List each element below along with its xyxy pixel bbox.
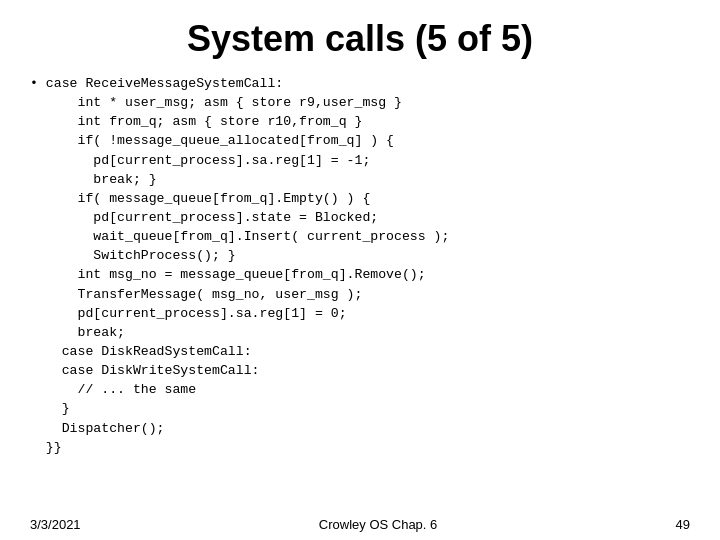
slide: System calls (5 of 5) • case ReceiveMess… [0,0,720,540]
footer-course: Crowley OS Chap. 6 [319,517,438,532]
footer-page: 49 [676,517,690,532]
slide-content: • case ReceiveMessageSystemCall: int * u… [0,70,720,511]
slide-footer: 3/3/2021 Crowley OS Chap. 6 49 [0,511,720,540]
code-block: • case ReceiveMessageSystemCall: int * u… [30,74,690,457]
footer-date: 3/3/2021 [30,517,81,532]
slide-title: System calls (5 of 5) [0,0,720,70]
